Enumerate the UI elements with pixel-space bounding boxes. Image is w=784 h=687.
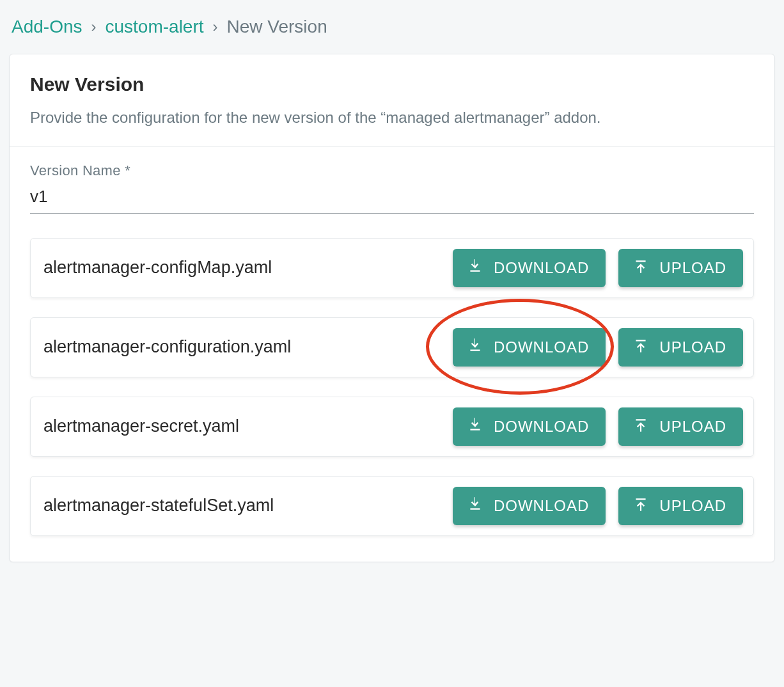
- version-name-label: Version Name *: [30, 162, 754, 179]
- download-label: DOWNLOAD: [494, 259, 589, 277]
- upload-label: UPLOAD: [659, 497, 726, 515]
- file-actions: DOWNLOAD UPLOAD: [453, 249, 743, 287]
- file-name: alertmanager-secret.yaml: [43, 416, 239, 436]
- file-row: alertmanager-secret.yaml DOWNLOAD UPLOAD: [30, 397, 754, 457]
- download-icon: [467, 337, 483, 358]
- upload-label: UPLOAD: [659, 418, 726, 436]
- card-header: New Version Provide the configuration fo…: [10, 54, 774, 147]
- breadcrumb-current: New Version: [227, 17, 327, 37]
- file-row: alertmanager-statefulSet.yaml DOWNLOAD U…: [30, 476, 754, 536]
- breadcrumb-separator: ›: [91, 18, 97, 36]
- upload-button[interactable]: UPLOAD: [618, 328, 743, 367]
- download-icon: [467, 416, 483, 437]
- breadcrumb-link-addons[interactable]: Add-Ons: [12, 17, 82, 37]
- download-button[interactable]: DOWNLOAD: [453, 328, 606, 367]
- download-icon: [467, 258, 483, 278]
- upload-label: UPLOAD: [659, 338, 726, 356]
- upload-button[interactable]: UPLOAD: [618, 407, 743, 446]
- version-name-input[interactable]: [30, 183, 754, 214]
- breadcrumb-link-custom-alert[interactable]: custom-alert: [106, 17, 204, 37]
- file-row: alertmanager-configuration.yaml DOWNLOAD…: [30, 317, 754, 377]
- file-name: alertmanager-configuration.yaml: [43, 337, 291, 357]
- new-version-card: New Version Provide the configuration fo…: [9, 54, 775, 562]
- page-title: New Version: [30, 74, 754, 95]
- download-label: DOWNLOAD: [494, 418, 589, 436]
- upload-button[interactable]: UPLOAD: [618, 249, 743, 287]
- download-label: DOWNLOAD: [494, 338, 589, 356]
- file-row: alertmanager-configMap.yaml DOWNLOAD UPL…: [30, 238, 754, 298]
- upload-icon: [632, 496, 649, 516]
- file-actions: DOWNLOAD UPLOAD: [453, 328, 743, 367]
- upload-label: UPLOAD: [659, 259, 726, 277]
- upload-button[interactable]: UPLOAD: [618, 487, 743, 525]
- download-button[interactable]: DOWNLOAD: [453, 249, 606, 287]
- breadcrumb: Add-Ons › custom-alert › New Version: [9, 10, 775, 54]
- file-actions: DOWNLOAD UPLOAD: [453, 407, 743, 446]
- file-name: alertmanager-statefulSet.yaml: [43, 496, 274, 516]
- file-list: alertmanager-configMap.yaml DOWNLOAD UPL…: [30, 238, 754, 536]
- download-icon: [467, 496, 483, 516]
- upload-icon: [632, 258, 649, 278]
- download-label: DOWNLOAD: [494, 497, 589, 515]
- card-body: Version Name * alertmanager-configMap.ya…: [10, 147, 774, 562]
- upload-icon: [632, 416, 649, 437]
- download-button[interactable]: DOWNLOAD: [453, 407, 606, 446]
- file-name: alertmanager-configMap.yaml: [43, 258, 272, 278]
- download-button[interactable]: DOWNLOAD: [453, 487, 606, 525]
- file-actions: DOWNLOAD UPLOAD: [453, 487, 743, 525]
- upload-icon: [632, 337, 649, 358]
- page-subtitle: Provide the configuration for the new ve…: [30, 107, 754, 129]
- breadcrumb-separator: ›: [213, 18, 218, 36]
